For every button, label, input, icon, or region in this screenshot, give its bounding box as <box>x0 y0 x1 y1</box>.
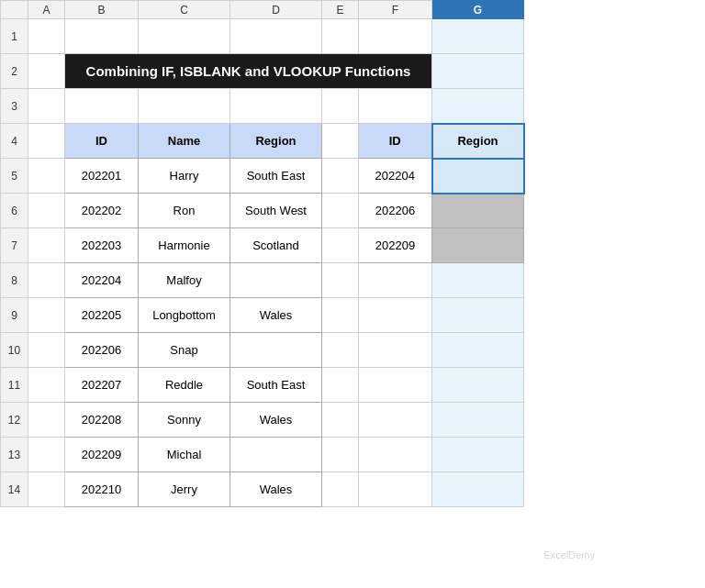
cell-a11[interactable] <box>28 368 65 403</box>
side-id-1[interactable]: 202206 <box>359 194 432 228</box>
cell-g9[interactable] <box>432 298 524 333</box>
main-region-0[interactable]: South East <box>230 159 322 194</box>
main-region-7[interactable]: Wales <box>230 403 322 438</box>
main-name-2[interactable]: Harmonie <box>139 228 230 263</box>
main-id-9[interactable]: 202210 <box>65 472 139 507</box>
col-header-e[interactable]: E <box>322 1 359 19</box>
main-region-3[interactable] <box>230 263 322 298</box>
cell-f8[interactable] <box>359 263 432 298</box>
main-name-9[interactable]: Jerry <box>139 472 230 507</box>
cell-g10[interactable] <box>432 333 524 368</box>
main-id-2[interactable]: 202203 <box>65 228 139 263</box>
side-region-1[interactable] <box>432 194 524 228</box>
col-header-a[interactable]: A <box>28 1 65 19</box>
main-name-6[interactable]: Reddle <box>139 368 230 403</box>
cell-a8[interactable] <box>28 263 65 298</box>
cell-f13[interactable] <box>359 438 432 472</box>
cell-a14[interactable] <box>28 472 65 507</box>
cell-a2[interactable] <box>28 54 65 89</box>
side-id-2[interactable]: 202209 <box>359 228 432 263</box>
cell-f9[interactable] <box>359 298 432 333</box>
col-header-b[interactable]: B <box>65 1 139 19</box>
cell-f11[interactable] <box>359 368 432 403</box>
cell-e10[interactable] <box>322 333 359 368</box>
main-name-3[interactable]: Malfoy <box>139 263 230 298</box>
cell-a5[interactable] <box>28 159 65 194</box>
cell-b1[interactable] <box>65 19 139 54</box>
main-id-7[interactable]: 202208 <box>65 403 139 438</box>
row-num-3: 3 <box>1 89 28 124</box>
cell-e11[interactable] <box>322 368 359 403</box>
main-col-name: Name <box>139 124 230 159</box>
cell-e6[interactable] <box>322 194 359 228</box>
main-region-2[interactable]: Scotland <box>230 228 322 263</box>
main-name-1[interactable]: Ron <box>139 194 230 228</box>
cell-f10[interactable] <box>359 333 432 368</box>
cell-g12[interactable] <box>432 403 524 438</box>
cell-a1[interactable] <box>28 19 65 54</box>
main-id-4[interactable]: 202205 <box>65 298 139 333</box>
cell-g2[interactable] <box>432 54 524 89</box>
cell-g14[interactable] <box>432 472 524 507</box>
cell-a12[interactable] <box>28 403 65 438</box>
main-id-1[interactable]: 202202 <box>65 194 139 228</box>
main-id-8[interactable]: 202209 <box>65 438 139 472</box>
cell-g8[interactable] <box>432 263 524 298</box>
main-name-8[interactable]: Michal <box>139 438 230 472</box>
main-region-1[interactable]: South West <box>230 194 322 228</box>
side-region-2[interactable] <box>432 228 524 263</box>
side-region-0[interactable] <box>432 159 524 194</box>
main-region-8[interactable] <box>230 438 322 472</box>
cell-g3[interactable] <box>432 89 524 124</box>
cell-b3[interactable] <box>65 89 139 124</box>
cell-f3[interactable] <box>359 89 432 124</box>
cell-d1[interactable] <box>230 19 322 54</box>
cell-f1[interactable] <box>359 19 432 54</box>
main-id-5[interactable]: 202206 <box>65 333 139 368</box>
cell-a6[interactable] <box>28 194 65 228</box>
main-id-3[interactable]: 202204 <box>65 263 139 298</box>
main-region-9[interactable]: Wales <box>230 472 322 507</box>
side-id-0[interactable]: 202204 <box>359 159 432 194</box>
main-region-5[interactable] <box>230 333 322 368</box>
grid-table: A B C D E F G 1 2 <box>0 0 525 507</box>
cell-e8[interactable] <box>322 263 359 298</box>
cell-a4[interactable] <box>28 124 65 159</box>
cell-e12[interactable] <box>322 403 359 438</box>
main-name-0[interactable]: Harry <box>139 159 230 194</box>
cell-f12[interactable] <box>359 403 432 438</box>
cell-a10[interactable] <box>28 333 65 368</box>
col-header-f[interactable]: F <box>359 1 432 19</box>
main-region-6[interactable]: South East <box>230 368 322 403</box>
cell-e1[interactable] <box>322 19 359 54</box>
cell-a3[interactable] <box>28 89 65 124</box>
main-name-7[interactable]: Sonny <box>139 403 230 438</box>
cell-g11[interactable] <box>432 368 524 403</box>
cell-f14[interactable] <box>359 472 432 507</box>
cell-c3[interactable] <box>139 89 230 124</box>
cell-g13[interactable] <box>432 438 524 472</box>
row-num-7: 7 <box>1 228 28 263</box>
col-header-d[interactable]: D <box>230 1 322 19</box>
main-id-6[interactable]: 202207 <box>65 368 139 403</box>
main-name-5[interactable]: Snap <box>139 333 230 368</box>
cell-e14[interactable] <box>322 472 359 507</box>
cell-g1[interactable] <box>432 19 524 54</box>
main-id-0[interactable]: 202201 <box>65 159 139 194</box>
cell-c1[interactable] <box>139 19 230 54</box>
cell-e5[interactable] <box>322 159 359 194</box>
col-header-c[interactable]: C <box>139 1 230 19</box>
main-name-4[interactable]: Longbottom <box>139 298 230 333</box>
cell-a9[interactable] <box>28 298 65 333</box>
cell-e4[interactable] <box>322 124 359 159</box>
cell-e9[interactable] <box>322 298 359 333</box>
cell-a7[interactable] <box>28 228 65 263</box>
cell-e7[interactable] <box>322 228 359 263</box>
cell-e3[interactable] <box>322 89 359 124</box>
cell-e13[interactable] <box>322 438 359 472</box>
cell-a13[interactable] <box>28 438 65 472</box>
main-region-4[interactable]: Wales <box>230 298 322 333</box>
row-num-4: 4 <box>1 124 28 159</box>
cell-d3[interactable] <box>230 89 322 124</box>
col-header-g[interactable]: G <box>432 1 524 19</box>
